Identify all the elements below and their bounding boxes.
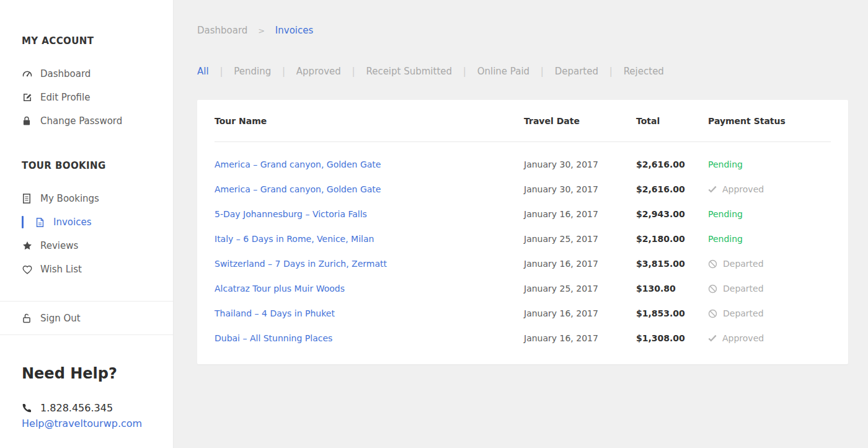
table-row: 5-Day Johannesburg – Victoria Falls Janu… bbox=[215, 202, 831, 226]
travel-date: January 25, 2017 bbox=[524, 234, 636, 244]
sidebar: MY ACCOUNT Dashboard Edit Profile Change… bbox=[0, 0, 174, 448]
total-amount: $1,308.00 bbox=[636, 333, 708, 343]
sidebar-item-label: Sign Out bbox=[40, 313, 81, 324]
table-row: Switzerland – 7 Days in Zurich, Zermatt … bbox=[215, 251, 831, 276]
bookings-icon bbox=[22, 193, 40, 204]
travel-date: January 16, 2017 bbox=[524, 259, 636, 269]
filter-separator: | bbox=[541, 66, 544, 77]
table-row: America – Grand canyon, Golden Gate Janu… bbox=[215, 177, 831, 202]
lock-icon bbox=[22, 115, 40, 127]
invoice-icon bbox=[35, 217, 53, 228]
sidebar-item-dashboard[interactable]: Dashboard bbox=[22, 62, 162, 86]
invoices-table-card: Tour Name Travel Date Total Payment Stat… bbox=[197, 100, 848, 364]
payment-status-label: Departed bbox=[723, 284, 764, 293]
active-indicator bbox=[22, 216, 24, 228]
payment-status-label: Pending bbox=[708, 234, 743, 244]
col-payment-status: Payment Status bbox=[708, 116, 831, 126]
filter-separator: | bbox=[463, 66, 466, 77]
filter-all[interactable]: All bbox=[197, 66, 209, 77]
table-header: Tour Name Travel Date Total Payment Stat… bbox=[215, 100, 831, 142]
filter-rejected[interactable]: Rejected bbox=[624, 66, 664, 77]
ban-icon bbox=[708, 284, 717, 293]
travel-date: January 16, 2017 bbox=[524, 333, 636, 343]
filter-separator: | bbox=[282, 66, 285, 77]
sidebar-item-label: Dashboard bbox=[40, 68, 91, 79]
my-account-heading: MY ACCOUNT bbox=[22, 36, 162, 46]
tour-link[interactable]: America – Grand canyon, Golden Gate bbox=[215, 184, 381, 194]
sidebar-item-invoices[interactable]: Invoices bbox=[22, 210, 162, 234]
table-row: Dubai – All Stunning Places January 16, … bbox=[215, 326, 831, 351]
travel-date: January 30, 2017 bbox=[524, 184, 636, 194]
sidebar-item-edit-profile[interactable]: Edit Profile bbox=[22, 86, 162, 109]
col-tour-name: Tour Name bbox=[215, 116, 524, 126]
tour-link[interactable]: America – Grand canyon, Golden Gate bbox=[215, 159, 381, 169]
payment-status: Departed bbox=[708, 308, 831, 318]
tour-link[interactable]: Alcatraz Tour plus Muir Woods bbox=[215, 284, 345, 293]
check-icon bbox=[708, 186, 717, 193]
payment-status: Pending bbox=[708, 234, 831, 244]
travel-date: January 30, 2017 bbox=[524, 159, 636, 169]
heart-icon bbox=[22, 264, 40, 275]
sidebar-item-my-bookings[interactable]: My Bookings bbox=[22, 187, 162, 210]
help-phone: 1.828.456.345 bbox=[22, 399, 162, 416]
payment-status: Approved bbox=[708, 184, 831, 194]
travel-date: January 16, 2017 bbox=[524, 308, 636, 318]
divider bbox=[0, 301, 173, 302]
sidebar-item-label: Reviews bbox=[40, 240, 78, 251]
col-total: Total bbox=[636, 116, 708, 126]
check-icon bbox=[708, 334, 717, 342]
tour-link[interactable]: 5-Day Johannesburg – Victoria Falls bbox=[215, 209, 367, 219]
table-row: Alcatraz Tour plus Muir Woods January 25… bbox=[215, 276, 831, 301]
filter-pending[interactable]: Pending bbox=[234, 66, 271, 77]
sidebar-item-label: Invoices bbox=[53, 217, 91, 228]
sidebar-item-label: Edit Profile bbox=[40, 92, 90, 103]
ban-icon bbox=[708, 309, 717, 318]
filter-separator: | bbox=[609, 66, 613, 77]
help-email-link[interactable]: Help@traveltourwp.com bbox=[22, 418, 142, 429]
payment-status: Pending bbox=[708, 159, 831, 169]
need-help-heading: Need Help? bbox=[22, 365, 162, 382]
payment-status: Approved bbox=[708, 333, 831, 343]
payment-status: Pending bbox=[708, 209, 831, 219]
breadcrumb-dashboard[interactable]: Dashboard bbox=[197, 25, 247, 36]
table-row: America – Grand canyon, Golden Gate Janu… bbox=[215, 152, 831, 177]
tour-booking-heading: TOUR BOOKING bbox=[22, 161, 162, 171]
travel-date: January 25, 2017 bbox=[524, 284, 636, 293]
payment-status: Departed bbox=[708, 259, 831, 269]
filter-receipt-submitted[interactable]: Receipt Submitted bbox=[366, 66, 452, 77]
sidebar-item-label: Wish List bbox=[40, 264, 82, 275]
page: MY ACCOUNT Dashboard Edit Profile Change… bbox=[0, 0, 868, 448]
table-body: America – Grand canyon, Golden Gate Janu… bbox=[215, 142, 831, 364]
unlock-icon bbox=[22, 313, 40, 324]
phone-icon bbox=[22, 403, 40, 413]
tour-link[interactable]: Italy – 6 Days in Rome, Venice, Milan bbox=[215, 234, 374, 244]
payment-status-label: Departed bbox=[723, 308, 764, 318]
sidebar-item-reviews[interactable]: Reviews bbox=[22, 234, 162, 258]
filter-separator: | bbox=[352, 66, 355, 77]
total-amount: $2,616.00 bbox=[636, 159, 708, 169]
main-content: Dashboard > Invoices All | Pending | App… bbox=[174, 0, 868, 448]
total-amount: $2,616.00 bbox=[636, 184, 708, 194]
payment-status-label: Pending bbox=[708, 159, 743, 169]
tour-link[interactable]: Thailand – 4 Days in Phuket bbox=[215, 308, 335, 318]
sidebar-item-label: Change Password bbox=[40, 115, 122, 127]
filter-bar: All | Pending | Approved | Receipt Submi… bbox=[197, 66, 848, 77]
total-amount: $3,815.00 bbox=[636, 259, 708, 269]
payment-status-label: Approved bbox=[722, 184, 764, 194]
sidebar-item-change-password[interactable]: Change Password bbox=[22, 109, 162, 133]
sidebar-item-sign-out[interactable]: Sign Out bbox=[22, 307, 162, 330]
breadcrumb: Dashboard > Invoices bbox=[197, 25, 848, 36]
payment-status-label: Approved bbox=[722, 333, 764, 343]
filter-departed[interactable]: Departed bbox=[555, 66, 598, 77]
star-icon bbox=[22, 240, 40, 251]
filter-approved[interactable]: Approved bbox=[296, 66, 341, 77]
ban-icon bbox=[708, 259, 717, 269]
tour-link[interactable]: Dubai – All Stunning Places bbox=[215, 333, 332, 343]
sidebar-item-label: My Bookings bbox=[40, 193, 99, 204]
filter-online-paid[interactable]: Online Paid bbox=[477, 66, 529, 77]
sidebar-item-wish-list[interactable]: Wish List bbox=[22, 258, 162, 281]
filter-separator: | bbox=[219, 66, 223, 77]
tour-link[interactable]: Switzerland – 7 Days in Zurich, Zermatt bbox=[215, 259, 387, 269]
table-row: Italy – 6 Days in Rome, Venice, Milan Ja… bbox=[215, 226, 831, 251]
table-row: Thailand – 4 Days in Phuket January 16, … bbox=[215, 301, 831, 326]
